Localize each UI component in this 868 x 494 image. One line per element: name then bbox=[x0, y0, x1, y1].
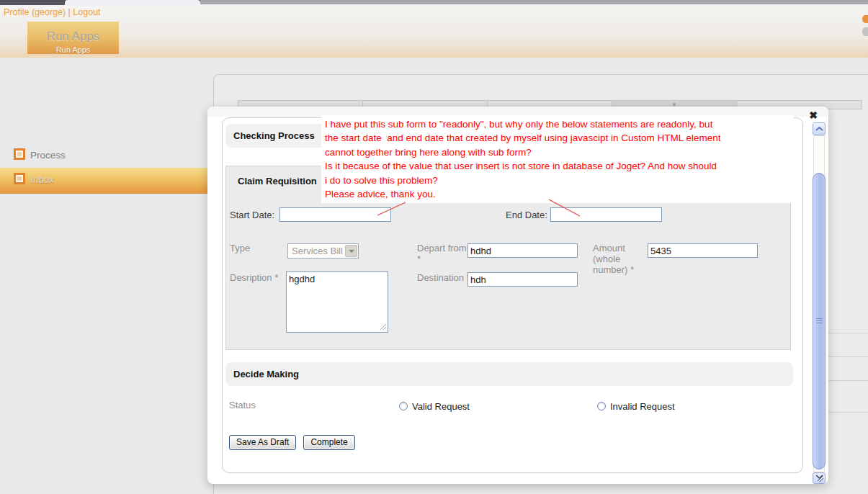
sidebar-item-inbox[interactable]: Inbox bbox=[0, 168, 213, 194]
run-apps-subtitle: Run Apps bbox=[27, 45, 119, 54]
close-icon[interactable]: ✖ bbox=[806, 109, 820, 122]
header-orange-divider bbox=[0, 58, 868, 65]
edge-gray-fragment bbox=[862, 27, 868, 36]
radio-valid-request[interactable] bbox=[399, 402, 408, 410]
tab-run-apps[interactable]: Run Apps Run Apps bbox=[27, 22, 119, 54]
sidebar-item-process[interactable]: Process bbox=[0, 143, 213, 169]
start-date-input[interactable] bbox=[279, 207, 391, 222]
annotation-line: the start date and end date that created… bbox=[325, 131, 794, 145]
annotation-line: Is it because of the value that user ins… bbox=[325, 159, 794, 173]
thumb-grip-icon bbox=[816, 318, 823, 324]
edge-orange-fragment bbox=[862, 15, 868, 23]
destination-input[interactable] bbox=[467, 272, 578, 287]
subform-title: Claim Requisition bbox=[238, 176, 317, 187]
sidebar-item-label: Inbox bbox=[30, 174, 54, 185]
amount-input[interactable] bbox=[648, 243, 758, 258]
annotation-line: Please advice, thank you. bbox=[325, 187, 794, 201]
profile-logout-links[interactable]: Profile (george) | Logout bbox=[4, 7, 101, 17]
run-apps-title: Run Apps bbox=[27, 30, 119, 44]
window-top-strip-right bbox=[200, 0, 868, 5]
depart-from-input[interactable] bbox=[467, 243, 578, 258]
radio-invalid-request[interactable] bbox=[597, 402, 606, 410]
form-button-row: Save As Draft Complete bbox=[229, 435, 355, 450]
browser-tab-fragment bbox=[65, 0, 200, 5]
scroll-up-button[interactable] bbox=[813, 122, 826, 135]
end-date-input[interactable] bbox=[550, 207, 662, 222]
radio-invalid-request-label: Invalid Request bbox=[610, 401, 675, 412]
complete-button[interactable]: Complete bbox=[303, 435, 354, 450]
sidebar-item-label: Process bbox=[30, 150, 66, 161]
menu-square-icon bbox=[14, 173, 25, 184]
app-header bbox=[0, 5, 868, 58]
annotation-line: i do to solve this problem? bbox=[325, 174, 794, 187]
section-title-decide-making: Decide Making bbox=[225, 362, 793, 386]
desription-textarea-wrap: hgdhd bbox=[286, 271, 388, 333]
dialog-scrollbar bbox=[813, 122, 826, 482]
type-label: Type bbox=[230, 243, 250, 253]
save-as-draft-button[interactable]: Save As Draft bbox=[229, 435, 296, 450]
chevron-down-icon bbox=[349, 250, 354, 253]
depart-from-label: Depart from * bbox=[417, 243, 470, 264]
desription-textarea[interactable]: hgdhd bbox=[286, 271, 388, 333]
type-select-disabled: Services Bill bbox=[287, 243, 359, 259]
annotation-line: I have put this sub form to "readonly", … bbox=[325, 117, 794, 131]
chevron-down-resize-icon bbox=[815, 474, 824, 482]
resize-grip-icon[interactable] bbox=[380, 324, 387, 331]
type-select-value: Services Bill bbox=[288, 246, 345, 256]
chevron-up-icon bbox=[815, 127, 823, 132]
start-date-label: Start Date: bbox=[230, 210, 274, 220]
annotation-note: I have put this sub form to "readonly", … bbox=[321, 115, 794, 203]
scroll-down-resize-button[interactable] bbox=[813, 472, 826, 484]
scrollbar-thumb[interactable] bbox=[813, 173, 826, 470]
radio-valid-request-label: Valid Request bbox=[412, 401, 470, 412]
joget-userview-page: Profile (george) | Logout Run Apps Run A… bbox=[0, 0, 868, 494]
amount-label: Amount (whole number) * bbox=[593, 243, 640, 275]
status-label: Status bbox=[229, 400, 256, 410]
end-date-label: End Date: bbox=[506, 210, 547, 220]
annotation-line: cannot together bring here along with su… bbox=[325, 145, 794, 159]
select-dropdown-button bbox=[345, 245, 357, 257]
desription-label: Desription * bbox=[230, 272, 278, 283]
menu-square-icon bbox=[14, 148, 25, 160]
assignment-form-dialog: ✖ Checking Process Claim Requisition Sta… bbox=[207, 107, 828, 484]
